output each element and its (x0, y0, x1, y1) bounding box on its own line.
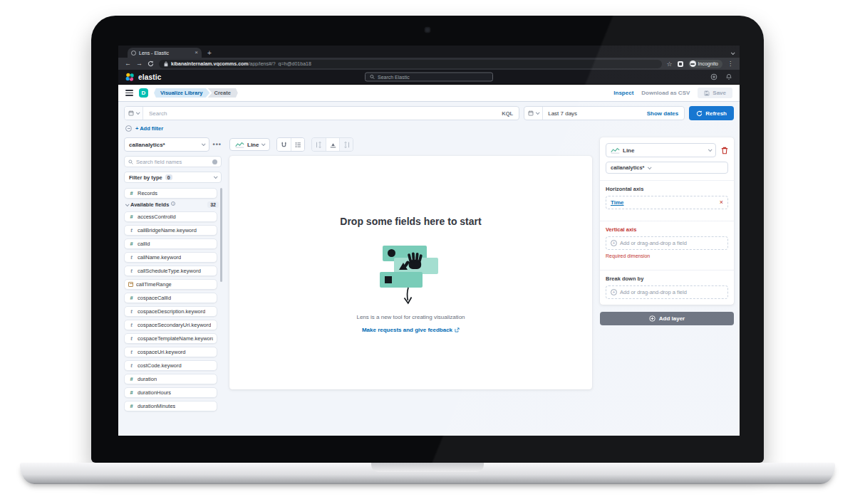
string-field-icon: t (128, 363, 135, 369)
cloud-deployment-icon[interactable] (710, 73, 717, 80)
tab-close-icon[interactable]: × (195, 50, 198, 56)
info-icon: i (171, 201, 175, 206)
space-avatar[interactable]: D (139, 88, 148, 98)
chart-type-value: Line (247, 142, 259, 148)
download-csv-link[interactable]: Download as CSV (641, 90, 690, 96)
field-item[interactable]: t callScheduleType.keyword (124, 266, 217, 276)
save-button[interactable]: Save (698, 88, 732, 98)
field-list-scrollbar[interactable] (220, 188, 222, 282)
string-field-icon: t (128, 255, 135, 261)
legend-list-icon (295, 142, 301, 148)
bottom-axis-button[interactable] (326, 138, 339, 151)
time-range-value[interactable]: Last 7 days (543, 110, 577, 117)
line-chart-icon (611, 147, 620, 154)
workspace-empty-title: Drop some fields here to start (340, 216, 481, 227)
string-field-icon: t (128, 309, 135, 315)
menu-hamburger-icon[interactable] (125, 90, 133, 95)
vertical-axis-drop-zone[interactable]: + Add or drag-and-drop a field (606, 236, 728, 250)
feedback-link[interactable]: Make requests and give feedback (362, 327, 460, 333)
available-fields-header[interactable]: Available fields i 32 (125, 201, 222, 208)
string-field-icon: t (128, 336, 135, 342)
line-chart-icon (235, 142, 244, 148)
workspace-panel: Line (229, 137, 592, 389)
drop-arrow-icon (401, 287, 415, 308)
address-bar[interactable]: kibanainternalam.vqcomms.com/app/lens#/?… (159, 60, 662, 68)
delete-layer-icon[interactable] (721, 147, 728, 154)
number-field-icon: # (128, 295, 135, 301)
field-item[interactable]: t cospaceSecondaryUri.keyword (124, 320, 217, 330)
field-item[interactable]: # accessControlId (124, 211, 217, 222)
field-item[interactable]: t cospaceUri.keyword (124, 347, 217, 357)
available-fields-label: Available fields (130, 201, 169, 208)
drop-workspace[interactable]: Drop some fields here to start (229, 156, 592, 389)
index-pattern-options-icon[interactable]: ••• (213, 141, 222, 148)
fit-values-button[interactable] (277, 138, 291, 151)
browser-tab-strip: Lens - Elastic × + (118, 46, 740, 58)
field-item[interactable]: # cospaceCallId (124, 293, 217, 303)
field-item[interactable]: t cospaceDescription.keyword (124, 306, 217, 317)
saved-query-button[interactable] (125, 107, 143, 120)
calendar-icon (528, 110, 534, 116)
break-down-drop-zone[interactable]: + Add or drag-and-drop a field (606, 285, 728, 299)
new-tab-button[interactable]: + (207, 48, 212, 58)
type-filter-count-badge: 0 (165, 174, 172, 180)
tab-search-chevron-icon[interactable] (731, 46, 734, 58)
extension-icon[interactable] (678, 61, 683, 67)
date-quick-select-button[interactable] (524, 107, 543, 120)
search-query-input[interactable]: Search (143, 107, 496, 120)
bookmark-star-icon[interactable]: ☆ (667, 61, 673, 68)
incognito-label: Incognito (698, 61, 718, 66)
legend-settings-button[interactable] (291, 138, 304, 151)
search-icon (370, 75, 375, 80)
layer-index-pattern-select[interactable]: callanalytics* (606, 162, 728, 174)
filter-icon[interactable] (125, 125, 132, 132)
browser-window: Lens - Elastic × + ← → kibanainternalam.… (118, 46, 740, 436)
magnet-icon (281, 142, 287, 148)
field-item[interactable]: # durationHours (124, 387, 217, 398)
records-label: Records (138, 190, 157, 196)
remove-dimension-icon[interactable]: × (720, 199, 723, 206)
drop-fields-illustration (378, 244, 444, 304)
hand-icon (405, 251, 426, 275)
layer-chart-type-value: Line (623, 147, 634, 154)
show-dates-link[interactable]: Show dates (647, 110, 684, 117)
browser-toolbar: ← → kibanainternalam.vqcomms.com/app/len… (118, 58, 740, 70)
workspace-caption: Lens is a new tool for creating visualiz… (356, 314, 465, 320)
alerts-bell-icon[interactable] (725, 73, 732, 80)
browser-menu-icon[interactable]: ⋮ (727, 61, 733, 67)
add-layer-button[interactable]: Add layer (600, 312, 734, 325)
string-field-icon: t (128, 322, 135, 328)
kql-toggle[interactable]: KQL (496, 110, 519, 117)
back-icon[interactable]: ← (125, 61, 131, 67)
app-body: Search KQL Last 7 days Show dates Refre (118, 102, 740, 436)
vertical-axis-label: Vertical axis (606, 226, 728, 233)
global-search-input[interactable]: Search Elastic (365, 73, 493, 82)
laptop-notch (371, 463, 484, 472)
browser-tab[interactable]: Lens - Elastic × (128, 48, 202, 58)
field-search-input[interactable]: Search field names (124, 156, 222, 167)
left-axis-button[interactable] (312, 138, 326, 151)
filter-by-type-dropdown[interactable]: Filter by type 0 (124, 172, 222, 183)
field-item[interactable]: t callBridgeName.keyword (124, 225, 217, 236)
records-field[interactable]: # Records (124, 188, 217, 199)
field-item[interactable]: # callId (124, 238, 217, 249)
index-pattern-select[interactable]: callanalytics* (124, 137, 209, 152)
field-item[interactable]: callTimeRange (124, 279, 217, 290)
field-item[interactable]: t cospaceTemplateName.keyword (124, 333, 217, 344)
field-item[interactable]: # duration (124, 374, 217, 384)
refresh-button[interactable]: Refresh (689, 106, 734, 120)
chart-type-select[interactable]: Line (229, 138, 270, 151)
right-axis-button[interactable] (339, 138, 353, 151)
inspect-link[interactable]: Inspect (613, 90, 633, 96)
forward-icon[interactable]: → (136, 61, 142, 67)
field-item[interactable]: t callName.keyword (124, 252, 217, 263)
elastic-header: elastic Search Elastic (118, 70, 740, 85)
horizontal-axis-dimension[interactable]: Time × (606, 196, 728, 209)
breadcrumb-visualize-library[interactable]: Visualize Library (154, 88, 209, 98)
number-field-icon: # (128, 377, 135, 382)
add-filter-link[interactable]: + Add filter (135, 125, 163, 132)
layer-chart-type-select[interactable]: Line (606, 143, 716, 157)
reload-icon[interactable] (147, 61, 154, 67)
field-item[interactable]: # durationMinutes (124, 401, 217, 411)
field-item[interactable]: t costCode.keyword (124, 360, 217, 371)
